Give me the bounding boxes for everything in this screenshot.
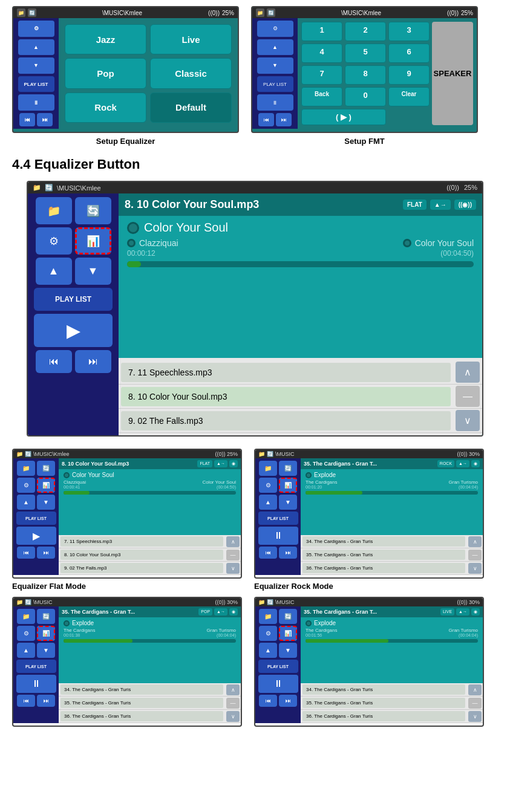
- pl-down-btn[interactable]: ∨: [456, 410, 480, 431]
- classic-ctrl-1[interactable]: ▲→: [456, 608, 469, 615]
- main-folder-btn[interactable]: 📁: [36, 197, 72, 224]
- fmt-speaker-btn[interactable]: SPEAKER: [432, 22, 473, 125]
- flat-dn-btn[interactable]: ▼: [37, 495, 55, 510]
- np-flat-btn[interactable]: FLAT: [403, 200, 427, 210]
- eq-classic-btn[interactable]: Classic: [150, 58, 232, 88]
- jazz-pl-1[interactable]: 35. The Cardigans - Gran Turis: [60, 698, 223, 708]
- fmt-num-5[interactable]: 5: [345, 44, 386, 63]
- flat-pl-1[interactable]: 8. 10 Color Your Soul.mp3: [60, 550, 223, 560]
- rock-folder-btn[interactable]: 📁: [259, 461, 277, 476]
- rock-ctrl-1[interactable]: ▲→: [456, 460, 469, 467]
- fmt-next-btn[interactable]: ⏭: [276, 113, 292, 126]
- rock-prev-btn[interactable]: ⏮: [259, 547, 277, 559]
- fmt-clear-btn[interactable]: Clear: [388, 87, 430, 106]
- main-play-btn[interactable]: ▶: [34, 314, 113, 347]
- jazz-eq-btn[interactable]: 📊: [37, 626, 55, 641]
- flat-folder-btn[interactable]: 📁: [17, 461, 35, 476]
- fmt-down-btn[interactable]: ▼: [257, 57, 293, 74]
- classic-pl-dn[interactable]: ∨: [468, 711, 482, 722]
- classic-gear-btn[interactable]: ⚙: [259, 626, 277, 641]
- jazz-dn-btn[interactable]: ▼: [37, 643, 55, 658]
- classic-prev-btn[interactable]: ⏮: [259, 695, 277, 707]
- classic-ctrl-0[interactable]: LIVE: [440, 608, 454, 615]
- jazz-pl-dn[interactable]: ∨: [226, 711, 240, 722]
- rock-dn-btn[interactable]: ▼: [279, 495, 297, 510]
- jazz-playlist-btn[interactable]: PLAY LIST: [16, 660, 56, 673]
- rock-pl-up[interactable]: ∧: [468, 536, 482, 547]
- rock-playlist-btn[interactable]: PLAY LIST: [258, 512, 298, 525]
- rock-next-btn[interactable]: ⏭: [279, 547, 297, 559]
- rock-ctrl-2[interactable]: ◉: [471, 460, 480, 467]
- fmt-playlist-btn[interactable]: PLAY LIST: [257, 76, 293, 93]
- rock-pl-0[interactable]: 34. The Cardigans - Gran Turis: [302, 536, 465, 547]
- rock-pl-dn[interactable]: ∨: [468, 563, 482, 574]
- main-next-btn[interactable]: ⏭: [75, 350, 111, 373]
- classic-up-btn[interactable]: ▲: [259, 643, 277, 658]
- classic-eq-btn[interactable]: 📊: [279, 626, 297, 641]
- fmt-up-btn[interactable]: ▲: [257, 39, 293, 56]
- playlist-item-2[interactable]: 9. 02 The Falls.mp3: [121, 411, 451, 430]
- eq-default-btn[interactable]: Default: [150, 93, 232, 123]
- flat-refresh-btn[interactable]: 🔄: [37, 461, 55, 476]
- flat-playlist-btn[interactable]: PLAY LIST: [16, 512, 56, 525]
- rock-up-btn[interactable]: ▲: [259, 495, 277, 510]
- classic-pl-up[interactable]: ∧: [468, 684, 482, 695]
- flat-ctrl-1[interactable]: ▲→: [214, 460, 227, 467]
- np-wireless-btn[interactable]: ((◉)): [454, 200, 476, 210]
- flat-play-btn[interactable]: ▶: [16, 527, 56, 545]
- jazz-next-btn[interactable]: ⏭: [37, 695, 55, 707]
- fmt-pause-btn[interactable]: ⏸: [257, 94, 293, 111]
- fmt-extra-btn[interactable]: ( ▶ ): [301, 109, 386, 125]
- playlist-item-1[interactable]: 8. 10 Color Your Soul.mp3: [121, 387, 451, 406]
- fmt-num-8[interactable]: 8: [345, 65, 386, 85]
- classic-pl-2[interactable]: 36. The Cardigans - Gran Turis: [302, 711, 465, 721]
- rock-ctrl-0[interactable]: ROCK: [437, 460, 454, 467]
- classic-next-btn[interactable]: ⏭: [279, 695, 297, 707]
- flat-pl-0[interactable]: 7. 11 Speechless.mp3: [60, 536, 223, 547]
- jazz-gear-btn[interactable]: ⚙: [17, 626, 35, 641]
- classic-pl-mid[interactable]: —: [468, 698, 482, 709]
- jazz-pl-up[interactable]: ∧: [226, 684, 240, 695]
- eq-jazz-btn[interactable]: Jazz: [65, 24, 146, 54]
- eq-gear-btn[interactable]: ⚙: [18, 21, 54, 37]
- main-gear-btn[interactable]: ⚙: [36, 227, 72, 255]
- fmt-num-9[interactable]: 9: [388, 65, 430, 85]
- flat-pl-mid[interactable]: —: [226, 550, 240, 560]
- jazz-ctrl-0[interactable]: POP: [198, 608, 212, 615]
- flat-ctrl-0[interactable]: FLAT: [197, 460, 212, 467]
- fmt-num-6[interactable]: 6: [388, 44, 430, 63]
- classic-pl-1[interactable]: 35. The Cardigans - Gran Turis: [302, 698, 465, 708]
- main-playlist-btn[interactable]: PLAY LIST: [34, 288, 113, 311]
- np-arrow-btn[interactable]: ▲→: [430, 200, 451, 210]
- classic-ctrl-2[interactable]: ◉: [471, 608, 480, 615]
- fmt-num-2[interactable]: 2: [345, 22, 386, 41]
- classic-progress[interactable]: [306, 639, 478, 643]
- classic-playlist-btn[interactable]: PLAY LIST: [258, 660, 298, 673]
- fmt-num-0[interactable]: 0: [345, 87, 386, 106]
- jazz-pl-mid[interactable]: —: [226, 698, 240, 709]
- flat-next-btn[interactable]: ⏭: [37, 547, 55, 559]
- fmt-num-7[interactable]: 7: [301, 65, 342, 85]
- rock-pl-2[interactable]: 36. The Cardigans - Gran Turis: [302, 563, 465, 573]
- jazz-refresh-btn[interactable]: 🔄: [37, 609, 55, 624]
- rock-refresh-btn[interactable]: 🔄: [279, 461, 297, 476]
- playlist-item-0[interactable]: 7. 11 Speechless.mp3: [121, 363, 451, 382]
- eq-down-btn[interactable]: ▼: [18, 57, 54, 74]
- jazz-ctrl-1[interactable]: ▲→: [214, 608, 227, 615]
- pl-mid-btn[interactable]: —: [456, 386, 480, 407]
- flat-up-btn[interactable]: ▲: [17, 495, 35, 510]
- jazz-folder-btn[interactable]: 📁: [17, 609, 35, 624]
- jazz-play-btn[interactable]: ⏸: [16, 675, 56, 693]
- rock-gear-btn[interactable]: ⚙: [259, 478, 277, 493]
- main-up-btn[interactable]: ▲: [36, 258, 72, 285]
- jazz-pl-2[interactable]: 36. The Cardigans - Gran Turis: [60, 711, 223, 721]
- eq-pop-btn[interactable]: Pop: [65, 58, 146, 88]
- classic-pl-0[interactable]: 34. The Cardigans - Gran Turis: [302, 684, 465, 695]
- eq-pause-btn[interactable]: ⏸: [18, 94, 54, 111]
- fmt-num-1[interactable]: 1: [301, 22, 342, 41]
- jazz-pl-0[interactable]: 34. The Cardigans - Gran Turis: [60, 684, 223, 695]
- jazz-up-btn[interactable]: ▲: [17, 643, 35, 658]
- fmt-num-3[interactable]: 3: [388, 22, 430, 41]
- rock-eq-btn[interactable]: 📊: [279, 478, 297, 493]
- rock-play-btn[interactable]: ⏸: [258, 527, 298, 545]
